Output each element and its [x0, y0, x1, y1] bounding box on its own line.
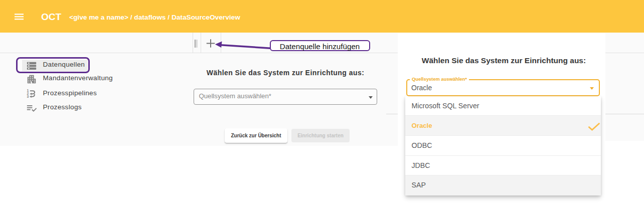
svg-text:3: 3	[27, 95, 29, 98]
